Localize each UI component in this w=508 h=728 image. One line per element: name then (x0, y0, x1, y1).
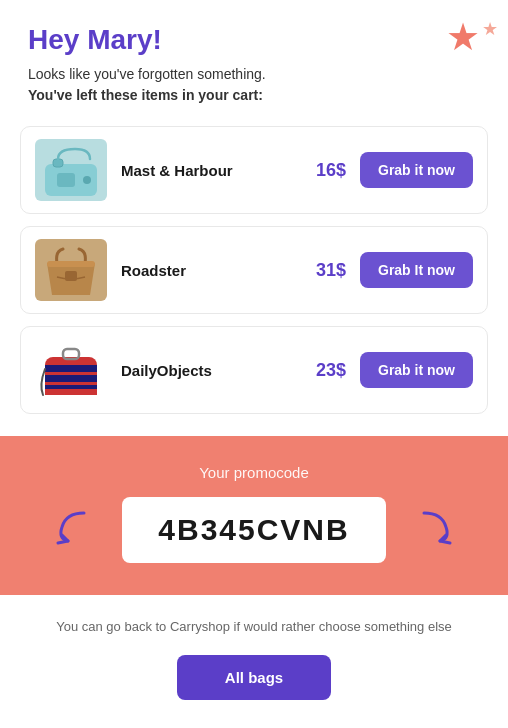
promo-code-wrapper: 4B345CVNB (28, 497, 480, 563)
page-wrapper: Hey Mary! Looks like you've forgotten so… (0, 0, 508, 718)
greeting-title: Hey Mary! (28, 24, 480, 56)
promo-section: Your promocode 4B345CVNB (0, 436, 508, 595)
svg-point-3 (83, 176, 91, 184)
header: Hey Mary! Looks like you've forgotten so… (0, 0, 508, 116)
cart-items-list: Mast & Harbour 16$ Grab it now Roadster … (0, 116, 508, 436)
footer: You can go back to Carryshop if would ra… (0, 595, 508, 718)
item-name-1: Mast & Harbour (121, 162, 316, 179)
item-name-3: DailyObjects (121, 362, 316, 379)
striped-bag-icon (35, 339, 107, 401)
grab-button-3[interactable]: Grab it now (360, 352, 473, 388)
item-image-1 (35, 139, 107, 201)
star-decoration: ★ ★ (446, 18, 480, 56)
svg-rect-8 (45, 375, 97, 382)
item-price-2: 31$ (316, 260, 346, 281)
arrow-right-icon (414, 509, 462, 551)
promo-code-box: 4B345CVNB (122, 497, 385, 563)
star-small-icon: ★ (482, 18, 498, 40)
svg-rect-7 (45, 365, 97, 372)
cart-item-3: DailyObjects 23$ Grab it now (20, 326, 488, 414)
cart-item-1: Mast & Harbour 16$ Grab it now (20, 126, 488, 214)
svg-rect-5 (65, 271, 77, 281)
all-bags-button[interactable]: All bags (177, 655, 331, 700)
item-image-2 (35, 239, 107, 301)
grab-button-1[interactable]: Grab it now (360, 152, 473, 188)
svg-rect-2 (57, 173, 75, 187)
promo-label: Your promocode (28, 464, 480, 481)
cart-item-2: Roadster 31$ Grab It now (20, 226, 488, 314)
promo-code-text: 4B345CVNB (158, 513, 349, 546)
star-large-icon: ★ (446, 18, 480, 56)
svg-rect-4 (47, 261, 95, 267)
item-price-3: 23$ (316, 360, 346, 381)
grab-button-2[interactable]: Grab It now (360, 252, 473, 288)
tote-bag-icon (35, 239, 107, 301)
arrow-left-icon (46, 509, 94, 551)
header-subtitle: Looks like you've forgotten something. Y… (28, 64, 480, 106)
item-price-1: 16$ (316, 160, 346, 181)
svg-rect-10 (45, 389, 97, 395)
item-name-2: Roadster (121, 262, 316, 279)
crossbody-bag-icon (35, 139, 107, 201)
item-image-3 (35, 339, 107, 401)
footer-text: You can go back to Carryshop if would ra… (28, 617, 480, 637)
